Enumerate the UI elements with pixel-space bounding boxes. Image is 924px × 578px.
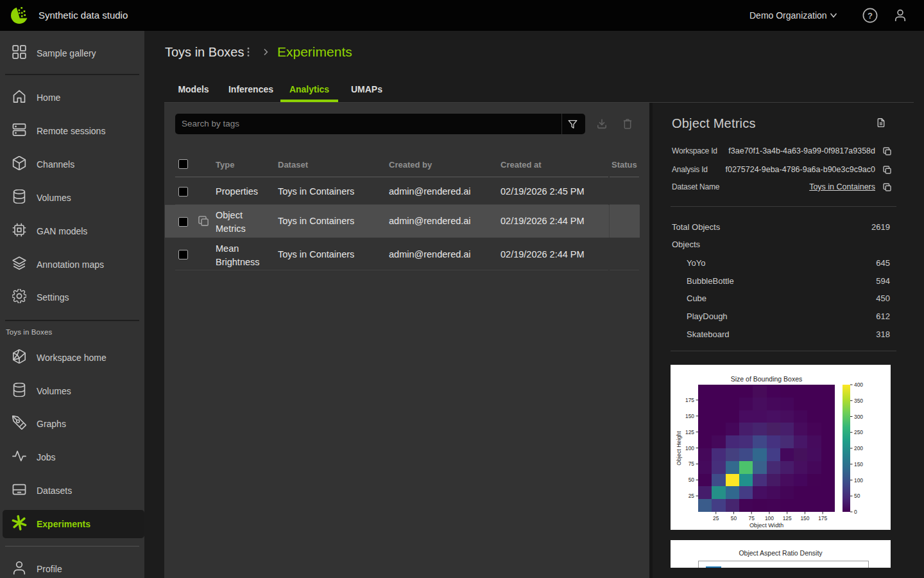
svg-text:50: 50 [731, 515, 737, 521]
svg-text:50: 50 [689, 477, 695, 483]
svg-text:25: 25 [689, 493, 695, 499]
svg-text:150: 150 [800, 515, 809, 521]
svg-text:75: 75 [689, 460, 695, 467]
svg-text:100: 100 [685, 445, 694, 451]
svg-text:200: 200 [854, 445, 863, 451]
svg-text:250: 250 [854, 429, 863, 435]
svg-text:100: 100 [765, 515, 774, 521]
svg-text:25: 25 [713, 515, 719, 521]
svg-text:Object Height: Object Height [676, 431, 682, 466]
svg-text:175: 175 [818, 515, 827, 521]
svg-text:175: 175 [685, 397, 694, 403]
svg-text:150: 150 [685, 413, 694, 419]
svg-text:100: 100 [854, 477, 863, 484]
svg-text:350: 350 [854, 398, 863, 404]
svg-text:150: 150 [854, 461, 863, 468]
svg-text:125: 125 [685, 429, 694, 435]
svg-text:50: 50 [854, 493, 860, 499]
svg-text:Object Width: Object Width [749, 522, 783, 529]
svg-text:Size of Bounding Boxes: Size of Bounding Boxes [731, 375, 803, 383]
svg-text:400: 400 [854, 381, 863, 388]
svg-text:75: 75 [749, 515, 755, 521]
svg-text:300: 300 [854, 414, 863, 420]
svg-text:?: ? [868, 11, 873, 21]
svg-text:0: 0 [854, 509, 857, 515]
svg-text:125: 125 [783, 515, 792, 521]
